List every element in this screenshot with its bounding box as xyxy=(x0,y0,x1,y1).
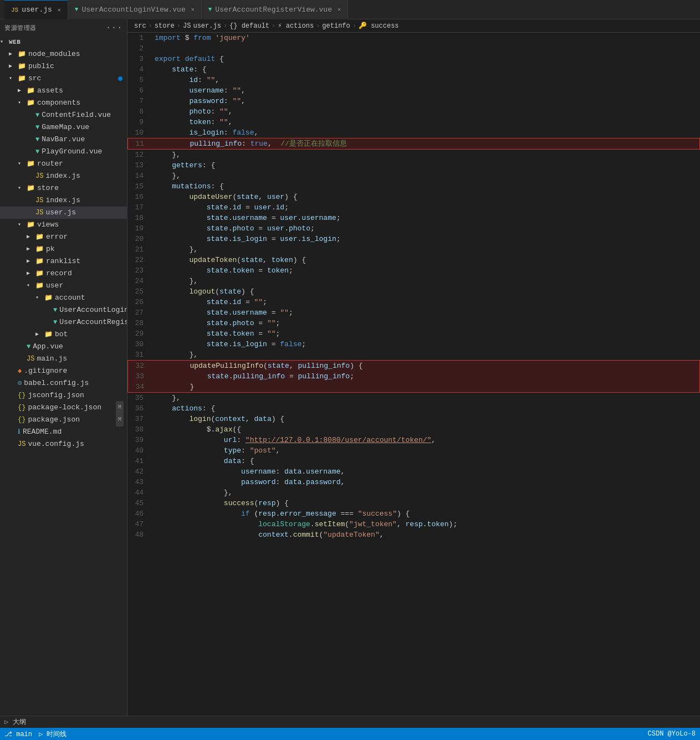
item-label: node_modules xyxy=(28,48,80,60)
folder-icon: 📁 xyxy=(35,255,44,268)
sidebar-item-bot[interactable]: ▶ 📁 bot xyxy=(0,328,127,341)
item-label: record xyxy=(46,268,72,280)
tab-label: UserAccountLoginView.vue xyxy=(81,6,185,14)
item-label: user.js xyxy=(45,207,76,219)
sidebar-item-src[interactable]: ▾ 📁 src xyxy=(0,73,127,85)
code-line: 40 type: "post", xyxy=(127,445,700,456)
code-line: 42 username: data.username, xyxy=(127,466,700,477)
tab-close-button[interactable]: ✕ xyxy=(58,7,61,13)
sidebar-item-jsconfig[interactable]: ▶ {} jsconfig.json xyxy=(0,389,127,402)
sidebar-item-app-vue[interactable]: ▶ ▼ App.vue xyxy=(0,341,127,353)
arrow-icon: ▾ xyxy=(18,219,27,231)
sidebar-item-pk[interactable]: ▶ 📁 pk xyxy=(0,243,127,255)
sidebar-item-readme[interactable]: ▶ ℹ README.md xyxy=(0,426,127,438)
tab-register-view[interactable]: ▼ UserAccountRegisterView.vue ✕ xyxy=(202,0,348,19)
tab-login-view[interactable]: ▼ UserAccountLoginView.vue ✕ xyxy=(68,0,202,19)
folder-icon: 📁 xyxy=(27,158,35,170)
sidebar-item-router-index[interactable]: ▶ JS index.js xyxy=(0,170,127,182)
code-line-highlighted: 33 state.pulling_info = pulling_info; xyxy=(127,371,700,382)
code-line: 21 }, xyxy=(127,244,700,255)
code-line: 13 getters: { xyxy=(127,160,700,171)
arrow-icon: ▾ xyxy=(0,36,9,48)
item-label: user xyxy=(46,280,63,292)
code-line: 43 password: data.password, xyxy=(127,477,700,487)
tab-close-button[interactable]: ✕ xyxy=(191,6,195,13)
sidebar-item-user-js[interactable]: ▶ JS user.js xyxy=(0,207,127,219)
attribution-label: CSDN @YoLo-8 xyxy=(648,730,696,738)
code-line: 48 context.commit("updateToken", xyxy=(127,530,700,540)
folder-icon: 📁 xyxy=(27,85,35,97)
item-label: README.md xyxy=(23,426,62,438)
sidebar-item-login-view[interactable]: ▶ ▼ UserAccountLoginView.vue xyxy=(0,304,127,316)
item-label: router xyxy=(37,158,63,170)
sidebar-item-vue-config[interactable]: ▶ JS vue.config.js xyxy=(0,438,127,450)
code-line: 19 state.photo = user.photo; xyxy=(127,223,700,234)
sidebar-item-assets[interactable]: ▶ 📁 assets xyxy=(0,85,127,97)
sidebar-item-package-json[interactable]: ▶ {} package.json M xyxy=(0,414,127,426)
bottom-outline-section[interactable]: ▷ 大纲 xyxy=(0,716,700,728)
arrow-icon: ▾ xyxy=(18,158,27,170)
sidebar-item-playground[interactable]: ▶ ▼ PlayGround.vue xyxy=(0,146,127,158)
item-label: UserAccountLoginView.vue xyxy=(59,304,127,316)
tree-root-web[interactable]: ▾ WEB xyxy=(0,36,127,48)
code-line: 23 state.token = token; xyxy=(127,265,700,276)
sidebar-item-babel-config[interactable]: ▶ ⚙ babel.config.js xyxy=(0,377,127,389)
vue-file-icon: ▼ xyxy=(53,316,57,328)
code-line: 16 updateUser(state, user) { xyxy=(127,192,700,202)
tab-close-button[interactable]: ✕ xyxy=(338,6,341,13)
status-bar-left: ⎇ main ▷ 时间线 xyxy=(4,729,67,739)
arrow-icon: ▶ xyxy=(27,243,35,255)
editor-area: src › store › JS user.js › {} default › … xyxy=(127,19,700,716)
sidebar-item-node-modules[interactable]: ▶ 📁 node_modules xyxy=(0,48,127,60)
sidebar-item-error[interactable]: ▶ 📁 error xyxy=(0,231,127,243)
vue-file-icon: ▼ xyxy=(35,109,39,121)
code-line: 35 }, xyxy=(127,393,700,403)
sidebar-item-register-view[interactable]: ▶ ▼ UserAccountRegisterView.vue xyxy=(0,316,127,328)
code-line-highlighted: 11 pulling_info: true, //是否正在拉取信息 xyxy=(127,138,700,150)
code-line: 3 export default { xyxy=(127,54,700,64)
tab-label: UserAccountRegisterView.vue xyxy=(215,6,332,14)
sidebar-item-store-index[interactable]: ▶ JS index.js xyxy=(0,194,127,207)
vue-file-icon: ▼ xyxy=(35,133,39,146)
sidebar-item-store[interactable]: ▾ 📁 store xyxy=(0,182,127,194)
item-label: vue.config.js xyxy=(28,438,84,450)
code-line: 6 username: "", xyxy=(127,85,700,96)
folder-icon: 📁 xyxy=(18,60,26,73)
sidebar-item-record[interactable]: ▶ 📁 record xyxy=(0,268,127,280)
file-icon: {} xyxy=(18,414,25,426)
sidebar-item-views[interactable]: ▾ 📁 views xyxy=(0,219,127,231)
outline-arrow[interactable]: ▷ xyxy=(4,718,8,726)
code-line-highlighted: 32 updatePullingInfo(state, pulling_info… xyxy=(127,360,700,371)
sidebar-item-navbar[interactable]: ▶ ▼ NavBar.vue xyxy=(0,133,127,146)
sidebar-item-gamemap[interactable]: ▶ ▼ GameMap.vue xyxy=(0,121,127,133)
code-line: 27 state.username = ""; xyxy=(127,307,700,318)
sidebar-item-package-lock[interactable]: ▶ {} package-lock.json M xyxy=(0,402,127,414)
tab-user-js[interactable]: JS user.js ✕ xyxy=(4,0,68,19)
folder-icon: 📁 xyxy=(35,268,44,280)
sidebar-item-public[interactable]: ▶ 📁 public xyxy=(0,60,127,73)
time-line-label[interactable]: ▷ 时间线 xyxy=(39,729,67,739)
sidebar-item-main-js[interactable]: ▶ JS main.js xyxy=(0,353,127,365)
item-label: pk xyxy=(46,243,55,255)
sidebar-menu-button[interactable]: ··· xyxy=(106,23,122,33)
code-line: 41 data: { xyxy=(127,456,700,466)
js-file-icon: JS xyxy=(35,194,43,207)
sidebar-item-user-folder[interactable]: ▾ 📁 user xyxy=(0,280,127,292)
sidebar-item-account[interactable]: ▾ 📁 account xyxy=(0,292,127,304)
file-icon: {} xyxy=(18,389,25,402)
item-label: main.js xyxy=(37,353,67,365)
sidebar-item-ranklist[interactable]: ▶ 📁 ranklist xyxy=(0,255,127,268)
arrow-icon: ▶ xyxy=(27,255,35,268)
sidebar-item-contentfield[interactable]: ▶ ▼ ContentField.vue xyxy=(0,109,127,121)
editor-content[interactable]: 1 import $ from 'jquery' 2 3 export defa… xyxy=(127,33,700,716)
code-line: 29 state.token = ""; xyxy=(127,328,700,339)
item-label: index.js xyxy=(45,170,80,182)
sidebar-item-components[interactable]: ▾ 📁 components xyxy=(0,97,127,109)
code-line: 1 import $ from 'jquery' xyxy=(127,33,700,43)
outline-label: 大纲 xyxy=(13,717,26,727)
sidebar-item-router[interactable]: ▾ 📁 router xyxy=(0,158,127,170)
sidebar-item-gitignore[interactable]: ▶ ◆ .gitignore xyxy=(0,365,127,377)
main-layout: 资源管理器 ··· ▾ WEB ▶ 📁 node_modules ▶ 📁 pub… xyxy=(0,19,700,716)
code-line: 36 actions: { xyxy=(127,403,700,414)
arrow-icon: ▾ xyxy=(35,292,44,304)
